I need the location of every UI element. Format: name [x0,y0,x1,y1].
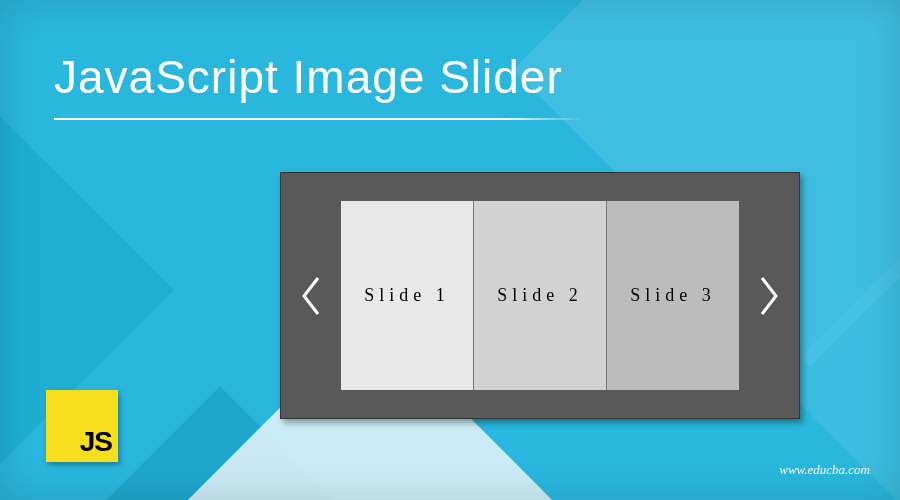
chevron-left-icon [298,274,324,318]
slide-3[interactable]: Slide 3 [607,201,739,390]
title-block: JavaScript Image Slider [54,50,584,120]
js-logo: JS [46,390,118,462]
slide-label: Slide 2 [497,285,583,306]
title-underline [54,118,584,120]
slider-next-button[interactable] [756,274,782,318]
site-url: www.educba.com [779,462,870,478]
slide-label: Slide 3 [630,285,716,306]
slide-1[interactable]: Slide 1 [341,201,474,390]
slide-2[interactable]: Slide 2 [474,201,607,390]
page-title: JavaScript Image Slider [54,50,584,104]
slider-prev-button[interactable] [298,274,324,318]
js-logo-text: JS [80,426,112,458]
slide-label: Slide 1 [364,285,450,306]
image-slider: Slide 1 Slide 2 Slide 3 [280,172,800,419]
chevron-right-icon [756,274,782,318]
slider-track: Slide 1 Slide 2 Slide 3 [341,201,739,390]
